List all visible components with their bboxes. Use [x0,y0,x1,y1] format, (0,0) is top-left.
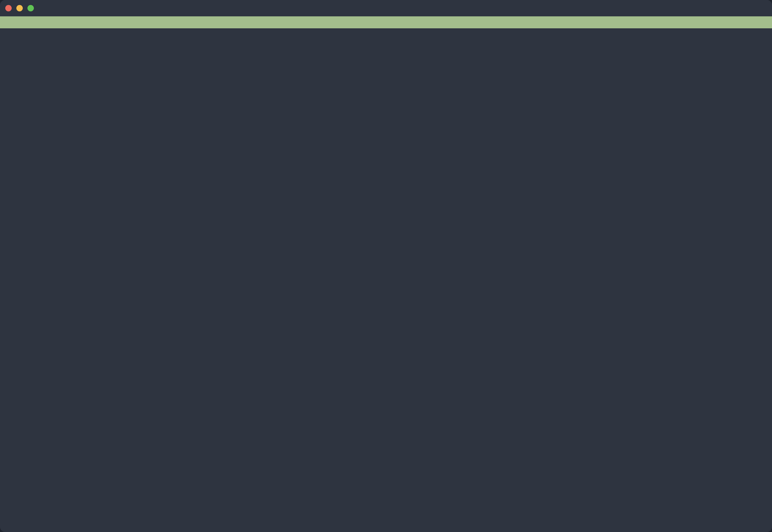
process-table-header [0,16,772,28]
tmux-status-bar-2 [0,52,772,64]
minimize-button[interactable] [16,5,23,11]
close-button[interactable] [5,5,12,11]
titlebar [0,0,772,16]
tmux-status-bar-1 [0,40,772,52]
function-key-bar [0,28,772,40]
terminal-content [0,16,772,64]
terminal-window [0,0,772,532]
zoom-button[interactable] [27,5,34,11]
